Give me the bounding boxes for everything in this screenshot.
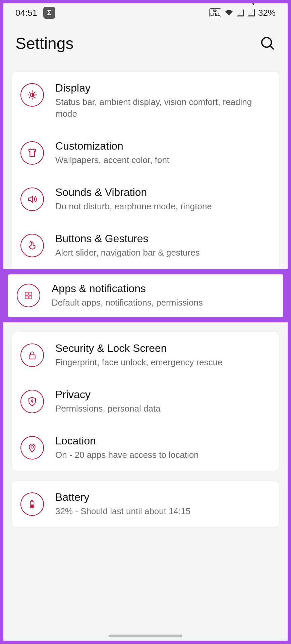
pin-icon: [20, 436, 44, 460]
apps-icon: [17, 284, 40, 307]
svg-rect-11: [32, 500, 33, 501]
settings-item-customization[interactable]: Customization Wallpapers, accent color, …: [12, 130, 279, 176]
settings-item-battery[interactable]: Battery 32% - Should last until about 14…: [12, 481, 279, 527]
volte-icon: VoLTE1: [209, 8, 221, 17]
svg-rect-7: [29, 355, 35, 359]
battery-icon: [20, 492, 44, 516]
item-subtitle: Permissions, personal data: [55, 403, 271, 415]
item-subtitle: On - 20 apps have access to location: [55, 449, 271, 461]
svg-rect-4: [29, 292, 32, 295]
item-title: Privacy: [55, 388, 271, 401]
settings-item-sounds[interactable]: Sounds & Vibration Do not disturb, earph…: [12, 176, 279, 222]
settings-item-buttons[interactable]: Buttons & Gestures Alert slider, navigat…: [12, 222, 279, 269]
svg-point-9: [31, 446, 34, 448]
settings-item-location[interactable]: Location On - 20 apps have access to loc…: [12, 425, 279, 471]
item-title: Buttons & Gestures: [55, 232, 271, 245]
lock-icon: [20, 343, 44, 367]
settings-item-display[interactable]: Display Status bar, ambient display, vis…: [12, 72, 279, 130]
svg-rect-5: [25, 296, 28, 299]
header: Settings: [3, 22, 288, 71]
settings-group-1: Display Status bar, ambient display, vis…: [11, 71, 280, 269]
signal-1-icon: [237, 9, 244, 16]
search-icon[interactable]: [260, 36, 276, 51]
item-subtitle: 32% - Should last until about 14:15: [55, 505, 271, 517]
item-subtitle: Wallpapers, accent color, font: [55, 154, 271, 166]
settings-item-privacy[interactable]: Privacy Permissions, personal data: [12, 378, 279, 425]
item-title: Display: [55, 82, 271, 94]
svg-rect-6: [29, 296, 32, 299]
item-subtitle: Do not disturb, earphone mode, ringtone: [55, 201, 271, 212]
item-subtitle: Fingerprint, face unlock, emergency resc…: [55, 357, 271, 368]
status-right: VoLTE1 x 32%: [209, 8, 276, 18]
status-time: 04:51: [15, 8, 37, 18]
sigma-icon: Σ: [43, 7, 55, 19]
item-subtitle: Alert slider, navigation bar & gestures: [55, 247, 271, 259]
brightness-icon: [20, 83, 44, 107]
settings-group-3: Battery 32% - Should last until about 14…: [11, 481, 280, 528]
wifi-icon: [225, 9, 233, 16]
item-title: Apps & notifications: [52, 282, 274, 295]
settings-item-security[interactable]: Security & Lock Screen Fingerprint, face…: [12, 332, 279, 378]
svg-rect-12: [31, 505, 34, 507]
status-left: 04:51 Σ: [15, 7, 55, 19]
item-title: Location: [55, 435, 271, 447]
settings-item-apps[interactable]: Apps & notifications Default apps, notif…: [8, 274, 283, 317]
status-bar: 04:51 Σ VoLTE1 x 32%: [3, 3, 288, 22]
svg-rect-3: [25, 292, 28, 295]
highlight-apps-notifications: Apps & notifications Default apps, notif…: [3, 269, 288, 322]
gesture-bar[interactable]: [109, 635, 182, 637]
signal-2-icon: x: [247, 9, 255, 16]
page-title: Settings: [15, 34, 73, 53]
item-subtitle: Default apps, notifications, permissions: [52, 297, 274, 309]
item-title: Sounds & Vibration: [55, 186, 271, 199]
tap-icon: [20, 234, 44, 257]
svg-point-0: [262, 37, 272, 47]
svg-point-8: [32, 400, 33, 401]
settings-group-2: Security & Lock Screen Fingerprint, face…: [11, 332, 280, 471]
battery-percent: 32%: [258, 8, 276, 18]
svg-line-1: [270, 46, 274, 49]
item-title: Security & Lock Screen: [55, 342, 271, 355]
speaker-icon: [20, 187, 44, 211]
item-title: Battery: [55, 491, 271, 503]
shield-key-icon: [20, 390, 44, 413]
item-title: Customization: [55, 140, 271, 152]
item-subtitle: Status bar, ambient display, vision comf…: [55, 96, 271, 120]
tshirt-icon: [20, 141, 44, 165]
